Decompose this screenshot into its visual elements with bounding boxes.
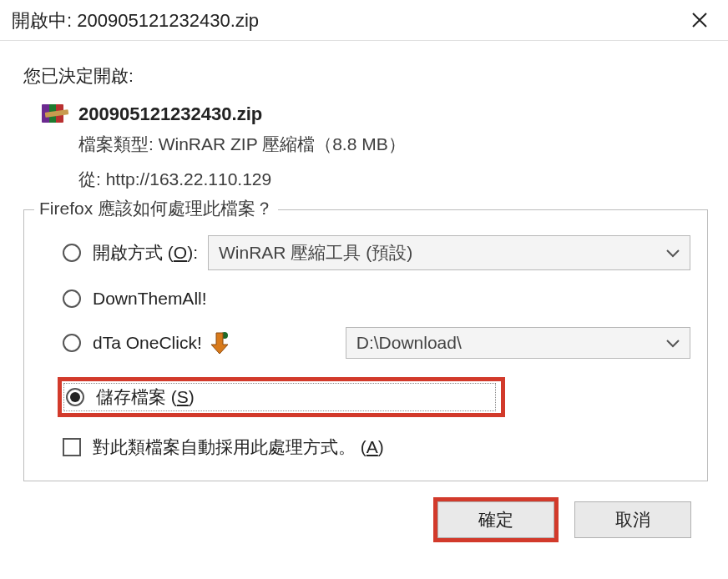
winrar-icon	[42, 103, 68, 126]
button-row: 確定 取消	[23, 501, 710, 538]
file-type-value: WinRAR ZIP 壓縮檔（8.8 MB）	[159, 134, 406, 154]
chevron-down-icon	[666, 244, 680, 262]
window-title: 開啟中: 200905121232430.zip	[12, 8, 259, 33]
radio-save-file[interactable]	[66, 388, 84, 406]
group-legend: Firefox 應該如何處理此檔案？	[34, 197, 278, 220]
option-open-with[interactable]: 開啟方式 (O): WinRAR 壓縮工具 (預設)	[63, 235, 690, 270]
file-from-value: http://163.22.110.129	[106, 169, 272, 189]
ok-button[interactable]: 確定	[437, 501, 554, 538]
close-icon	[691, 12, 708, 28]
remember-checkbox[interactable]	[63, 438, 81, 456]
radio-dta-oneclick[interactable]	[63, 334, 81, 352]
decided-label: 您已決定開啟:	[23, 64, 710, 88]
save-file-highlight: 儲存檔案 (S)	[58, 377, 505, 417]
save-file-focus: 儲存檔案 (S)	[63, 383, 496, 411]
dialog-content: 您已決定開啟: 200905121232430.zip 檔案類型: WinRAR…	[0, 41, 728, 548]
option-dta-oneclick[interactable]: dTa OneClick! D:\Download\	[63, 327, 690, 359]
file-name: 200905121232430.zip	[78, 103, 262, 125]
file-from-row: 從: http://163.22.110.129	[78, 168, 710, 191]
downthemall-label: DownThemAll!	[93, 289, 207, 309]
file-row: 200905121232430.zip	[42, 103, 710, 126]
option-downthemall[interactable]: DownThemAll!	[63, 289, 690, 309]
title-filename: 200905121232430.zip	[77, 10, 259, 31]
dta-oneclick-label: dTa OneClick!	[93, 333, 202, 353]
title-bar: 開啟中: 200905121232430.zip	[0, 0, 728, 41]
remember-label: 對此類檔案自動採用此處理方式。 (A)	[93, 436, 384, 459]
dta-destination-text: D:\Download\	[356, 333, 462, 353]
open-with-select[interactable]: WinRAR 壓縮工具 (預設)	[208, 235, 690, 270]
remember-choice-row[interactable]: 對此類檔案自動採用此處理方式。 (A)	[63, 436, 690, 459]
close-button[interactable]	[685, 7, 715, 35]
save-file-label[interactable]: 儲存檔案 (S)	[96, 385, 195, 409]
option-save-file-row: 儲存檔案 (S)	[58, 377, 690, 417]
title-prefix: 開啟中:	[12, 10, 77, 31]
open-with-select-text: WinRAR 壓縮工具 (預設)	[219, 241, 412, 264]
action-group: Firefox 應該如何處理此檔案？ 開啟方式 (O): WinRAR 壓縮工具…	[23, 209, 708, 481]
dta-arrow-icon	[210, 331, 229, 355]
open-with-label: 開啟方式 (O):	[93, 241, 198, 264]
cancel-button[interactable]: 取消	[574, 501, 691, 538]
radio-downthemall[interactable]	[63, 290, 81, 308]
file-from-label: 從:	[78, 169, 106, 189]
radio-open-with[interactable]	[63, 244, 81, 262]
file-type-row: 檔案類型: WinRAR ZIP 壓縮檔（8.8 MB）	[78, 133, 710, 156]
dta-destination-select[interactable]: D:\Download\	[346, 327, 690, 359]
file-type-label: 檔案類型:	[78, 134, 159, 154]
chevron-down-icon	[666, 335, 680, 352]
